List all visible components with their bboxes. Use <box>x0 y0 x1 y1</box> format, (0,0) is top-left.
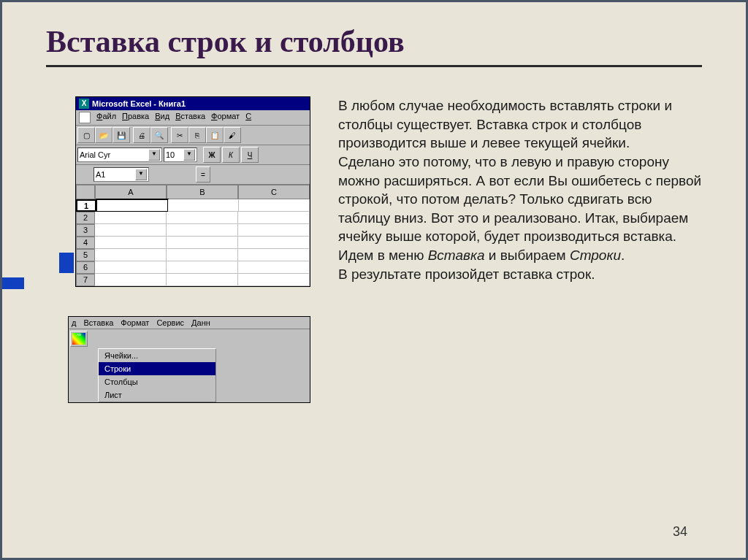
insert-menu-dropdown: Ячейки... Строки Столбцы Лист <box>98 348 216 402</box>
menu-format[interactable]: Формат <box>121 318 149 327</box>
excel2-menubar: д Вставка Формат Сервис Данн <box>69 317 310 329</box>
copy-icon[interactable]: ⎘ <box>188 127 206 143</box>
cell[interactable] <box>238 212 310 224</box>
cell-c1[interactable] <box>239 199 310 212</box>
new-icon[interactable]: ▢ <box>77 127 95 143</box>
blue-marker-vertical <box>59 253 74 273</box>
row-header-7[interactable]: 7 <box>76 274 95 286</box>
excel2-toolbar: ᴬᴮ <box>69 329 310 348</box>
cell[interactable] <box>167 249 238 261</box>
excel-titlebar: X Microsoft Excel - Книга1 <box>76 97 310 110</box>
namebox-value: A1 <box>96 170 105 179</box>
cell[interactable] <box>238 224 310 237</box>
cut-icon[interactable]: ✂ <box>171 127 188 143</box>
excel-toolbar: ▢ 📂 💾 🖨 🔍 ✂ ⎘ 📋 🖌 <box>76 126 310 145</box>
row-header-5[interactable]: 5 <box>76 249 95 261</box>
font-name: Arial Cyr <box>80 150 110 159</box>
left-column: X Microsoft Excel - Книга1 Файл Правка В… <box>46 96 316 403</box>
menu-format[interactable]: Формат <box>211 112 240 123</box>
font-dropdown[interactable]: Arial Cyr ▼ <box>77 147 162 162</box>
cell[interactable] <box>167 212 238 224</box>
menu-data[interactable]: Данн <box>191 318 210 327</box>
menu-more[interactable]: С <box>245 112 251 123</box>
excel-formatbar: Arial Cyr ▼ 10 ▼ Ж К Ч <box>76 145 310 165</box>
excel-screenshot-2: д Вставка Формат Сервис Данн ᴬᴮ Ячейки..… <box>68 316 310 403</box>
page-number: 34 <box>673 524 687 540</box>
fontsize-dropdown[interactable]: 10 ▼ <box>164 147 197 162</box>
menu-insert[interactable]: Вставка <box>175 112 205 123</box>
toolbar-icon[interactable]: ᴬᴮ <box>70 331 88 347</box>
cell[interactable] <box>95 224 167 237</box>
body-text-column: В любом случае необходимость вставлять с… <box>338 96 702 403</box>
font-size-value: 10 <box>166 150 175 159</box>
print-icon[interactable]: 🖨 <box>133 127 150 143</box>
preview-icon[interactable]: 🔍 <box>150 127 168 143</box>
cell[interactable] <box>167 261 238 274</box>
cell[interactable] <box>95 212 167 224</box>
excel-title-text: Microsoft Excel - Книга1 <box>92 99 186 108</box>
bold-button[interactable]: Ж <box>203 147 221 163</box>
menu-fragment[interactable]: д <box>72 318 76 327</box>
cell[interactable] <box>238 237 310 249</box>
excel-menubar: Файл Правка Вид Вставка Формат С <box>76 110 310 126</box>
col-header-c[interactable]: C <box>238 185 310 199</box>
row-header-6[interactable]: 6 <box>76 261 95 274</box>
row-header-2[interactable]: 2 <box>76 212 95 224</box>
row-header-3[interactable]: 3 <box>76 224 95 237</box>
excel-screenshot-1: X Microsoft Excel - Книга1 Файл Правка В… <box>75 96 310 287</box>
chevron-down-icon: ▼ <box>183 149 195 161</box>
open-icon[interactable]: 📂 <box>95 127 112 143</box>
underline-button[interactable]: Ч <box>241 147 259 163</box>
menu-file[interactable]: Файл <box>96 112 116 123</box>
blue-marker-horizontal <box>0 277 24 289</box>
cell[interactable] <box>167 274 238 286</box>
italic-rows: Строки <box>570 248 621 263</box>
excel-grid: A B C 1 2 3 4 5 6 7 <box>76 185 310 286</box>
cell-a1[interactable] <box>96 199 169 212</box>
menu-item-sheet[interactable]: Лист <box>99 388 215 402</box>
namebox[interactable]: A1 ▼ <box>94 167 149 182</box>
excel-app-icon: X <box>79 99 89 109</box>
document-icon <box>79 112 91 123</box>
menu-item-columns[interactable]: Столбцы <box>99 375 215 388</box>
menu-item-cells[interactable]: Ячейки... <box>99 349 215 362</box>
italic-insert: Вставка <box>428 248 485 263</box>
equals-button[interactable]: = <box>196 166 210 183</box>
title-underline <box>46 65 702 67</box>
body-paragraph-3: В результате произойдет вставка строк. <box>338 265 702 284</box>
excel-namebox-row: A1 ▼ = <box>76 165 310 185</box>
cell-b1[interactable] <box>168 199 239 212</box>
col-header-a[interactable]: A <box>95 185 167 199</box>
menu-item-rows[interactable]: Строки <box>99 362 215 375</box>
cell[interactable] <box>167 224 238 237</box>
cell[interactable] <box>95 274 167 286</box>
menu-edit[interactable]: Правка <box>122 112 149 123</box>
menu-tools[interactable]: Сервис <box>156 318 184 327</box>
chevron-down-icon: ▼ <box>135 169 147 180</box>
chevron-down-icon: ▼ <box>148 149 160 161</box>
cell[interactable] <box>95 249 167 261</box>
body-paragraph-1: В любом случае необходимость вставлять с… <box>338 96 702 246</box>
cell[interactable] <box>238 249 310 261</box>
cell[interactable] <box>167 237 238 249</box>
cell[interactable] <box>95 237 167 249</box>
row-header-1[interactable]: 1 <box>76 199 96 212</box>
slide-title: Вставка строк и столбцов <box>46 24 702 59</box>
cell[interactable] <box>238 274 310 286</box>
col-header-b[interactable]: B <box>167 185 238 199</box>
body-paragraph-2: Идем в меню Вставка и выбираем Строки. <box>338 246 702 265</box>
row-header-4[interactable]: 4 <box>76 237 95 249</box>
cell[interactable] <box>238 261 310 274</box>
menu-view[interactable]: Вид <box>155 112 169 123</box>
paste-icon[interactable]: 📋 <box>206 127 224 143</box>
save-icon[interactable]: 💾 <box>112 127 130 143</box>
format-painter-icon[interactable]: 🖌 <box>224 127 241 143</box>
menu-insert[interactable]: Вставка <box>83 318 113 327</box>
select-all-corner[interactable] <box>76 185 95 199</box>
italic-button[interactable]: К <box>222 147 240 163</box>
cell[interactable] <box>95 261 167 274</box>
